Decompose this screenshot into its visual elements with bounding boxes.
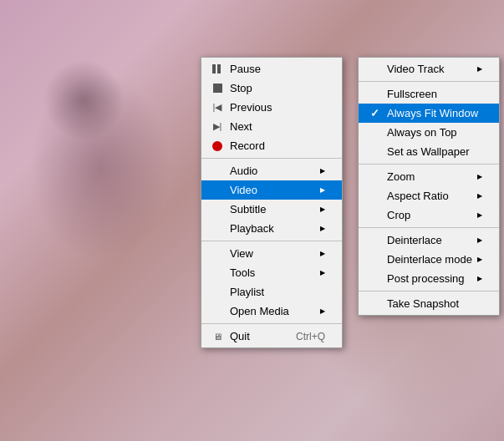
playback-label: Playback: [230, 222, 320, 235]
subtitle-arrow: ▶: [320, 205, 325, 213]
videotrack-arrow: ▶: [477, 65, 482, 73]
submenu-item-crop[interactable]: Crop ▶: [359, 205, 499, 225]
submenu-item-zoom[interactable]: Zoom ▶: [359, 167, 499, 186]
menu-item-video[interactable]: Video ▶: [201, 180, 342, 200]
menu-item-playback[interactable]: Playback ▶: [201, 219, 342, 238]
view-arrow: ▶: [320, 250, 325, 257]
submenu-item-snapshot[interactable]: Take Snapshot: [359, 294, 499, 313]
video-divider-4: [359, 291, 499, 291]
menu-item-openmedia[interactable]: Open Media ▶: [201, 302, 342, 321]
tools-arrow: ▶: [320, 269, 325, 276]
pause-icon: [208, 64, 227, 74]
menu-item-subtitle[interactable]: Subtitle ▶: [201, 200, 342, 219]
submenu-item-alwaysontop[interactable]: Always on Top: [359, 123, 499, 142]
openmedia-label: Open Media: [230, 305, 320, 317]
submenu-item-fullscreen[interactable]: Fullscreen: [359, 84, 499, 104]
divider-1: [201, 158, 342, 159]
audio-arrow: ▶: [320, 167, 325, 175]
subtitle-label: Subtitle: [230, 203, 320, 215]
video-divider-3: [359, 227, 499, 228]
submenu-item-postprocessing[interactable]: Post processing ▶: [359, 269, 499, 288]
video-divider-1: [359, 81, 499, 82]
playlist-label: Playlist: [230, 286, 325, 298]
quit-icon: 🖥: [208, 332, 227, 342]
context-menu: Pause Stop |◀ Previous ▶| Next Record Au…: [201, 57, 343, 348]
quit-label: Quit: [230, 330, 279, 342]
crop-label: Crop: [387, 209, 477, 221]
submenu-item-wallpaper[interactable]: Set as Wallpaper: [359, 142, 499, 161]
deinterlace-arrow: ▶: [477, 236, 482, 244]
deinterlace-label: Deinterlace: [387, 234, 477, 246]
stop-icon: [208, 84, 227, 93]
video-submenu: Video Track ▶ Fullscreen ✓ Always Fit Wi…: [358, 57, 500, 316]
pause-label: Pause: [230, 63, 325, 75]
crop-arrow: ▶: [477, 211, 482, 219]
menu-item-tools[interactable]: Tools ▶: [201, 263, 342, 282]
divider-3: [201, 323, 342, 324]
video-divider-2: [359, 164, 499, 165]
menu-item-playlist[interactable]: Playlist: [201, 282, 342, 302]
deinterlacemode-label: Deinterlace mode: [387, 253, 477, 266]
fullscreen-label: Fullscreen: [387, 88, 482, 100]
zoom-arrow: ▶: [477, 173, 482, 180]
submenu-item-deinterlacemode[interactable]: Deinterlace mode ▶: [359, 250, 499, 269]
zoom-label: Zoom: [387, 170, 477, 183]
menu-item-view[interactable]: View ▶: [201, 244, 342, 263]
snapshot-label: Take Snapshot: [387, 297, 482, 310]
view-label: View: [230, 247, 320, 260]
menu-item-pause[interactable]: Pause: [201, 59, 342, 79]
video-label: Video: [230, 184, 320, 196]
video-arrow: ▶: [320, 186, 325, 194]
next-icon: ▶|: [208, 121, 227, 132]
divider-2: [201, 241, 342, 241]
aspectratio-arrow: ▶: [477, 192, 482, 200]
tools-label: Tools: [230, 266, 320, 279]
record-icon: [208, 141, 227, 151]
openmedia-arrow: ▶: [320, 307, 325, 315]
menu-item-next[interactable]: ▶| Next: [201, 117, 342, 136]
menu-item-quit[interactable]: 🖥 Quit Ctrl+Q: [201, 327, 342, 346]
submenu-item-videotrack[interactable]: Video Track ▶: [359, 59, 499, 79]
next-label: Next: [230, 120, 325, 133]
playback-arrow: ▶: [320, 225, 325, 232]
submenu-item-aspectratio[interactable]: Aspect Ratio ▶: [359, 186, 499, 205]
stop-label: Stop: [230, 82, 325, 94]
menu-item-previous[interactable]: |◀ Previous: [201, 98, 342, 117]
alwaysfit-check-icon: ✓: [365, 107, 384, 119]
postprocessing-arrow: ▶: [477, 275, 482, 282]
deinterlacemode-arrow: ▶: [477, 256, 482, 263]
alwaysfit-label: Always Fit Window: [387, 107, 482, 119]
menu-item-audio[interactable]: Audio ▶: [201, 161, 342, 180]
submenu-item-deinterlace[interactable]: Deinterlace ▶: [359, 231, 499, 250]
record-label: Record: [230, 139, 325, 152]
wallpaper-label: Set as Wallpaper: [387, 145, 482, 158]
alwaysontop-label: Always on Top: [387, 126, 482, 139]
postprocessing-label: Post processing: [387, 272, 477, 285]
previous-icon: |◀: [208, 102, 227, 113]
videotrack-label: Video Track: [387, 63, 477, 75]
previous-label: Previous: [230, 101, 325, 114]
aspectratio-label: Aspect Ratio: [387, 190, 477, 202]
menu-item-stop[interactable]: Stop: [201, 79, 342, 98]
menu-item-record[interactable]: Record: [201, 136, 342, 155]
submenu-item-alwaysfit[interactable]: ✓ Always Fit Window: [359, 104, 499, 123]
audio-label: Audio: [230, 165, 320, 177]
quit-shortcut: Ctrl+Q: [296, 331, 325, 342]
